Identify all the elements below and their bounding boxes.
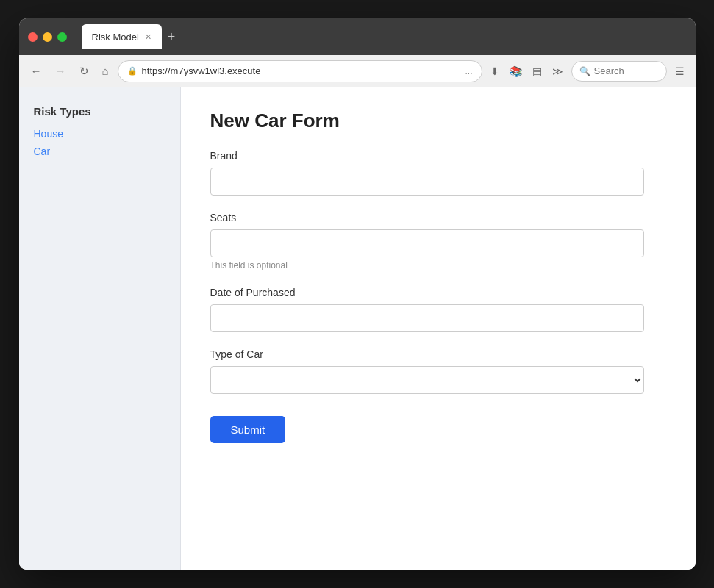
sidebar-title: Risk Types bbox=[34, 105, 165, 118]
reload-button[interactable]: ↻ bbox=[75, 62, 93, 81]
menu-icon[interactable]: ☰ bbox=[671, 62, 688, 80]
lock-icon: 🔒 bbox=[127, 66, 138, 76]
form-area: New Car Form Brand Seats This field is o… bbox=[181, 87, 696, 570]
sidebar-item-car[interactable]: Car bbox=[34, 146, 165, 157]
search-input[interactable] bbox=[594, 65, 653, 76]
home-button[interactable]: ⌂ bbox=[98, 62, 113, 80]
seats-hint: This field is optional bbox=[210, 260, 666, 270]
reader-view-icon[interactable]: ▤ bbox=[529, 62, 546, 80]
type-label: Type of Car bbox=[210, 348, 666, 360]
url-dots: ... bbox=[465, 66, 472, 76]
new-tab-button[interactable]: + bbox=[168, 29, 176, 45]
brand-input[interactable] bbox=[210, 168, 644, 196]
sidebar-item-house[interactable]: House bbox=[34, 128, 165, 140]
title-bar: Risk Model ✕ + bbox=[19, 18, 696, 55]
type-field-group: Type of Car bbox=[210, 348, 666, 394]
form-title: New Car Form bbox=[210, 110, 666, 132]
address-bar[interactable]: 🔒 https://m7ysvw1wl3.execute ... bbox=[118, 60, 482, 82]
nav-bar: ← → ↻ ⌂ 🔒 https://m7ysvw1wl3.execute ...… bbox=[19, 55, 696, 87]
url-text: https://m7ysvw1wl3.execute bbox=[142, 65, 461, 76]
brand-label: Brand bbox=[210, 150, 666, 162]
browser-content: Risk Types House Car New Car Form Brand … bbox=[19, 87, 696, 570]
submit-button[interactable]: Submit bbox=[210, 416, 286, 443]
date-label: Date of Purchased bbox=[210, 287, 666, 298]
sidebar: Risk Types House Car bbox=[19, 87, 181, 570]
date-field-group: Date of Purchased bbox=[210, 287, 666, 332]
pocket-icon[interactable]: ⬇ bbox=[487, 62, 503, 80]
brand-field-group: Brand bbox=[210, 150, 666, 196]
forward-button[interactable]: → bbox=[51, 62, 71, 80]
tab-bar: Risk Model ✕ + bbox=[82, 24, 687, 49]
maximize-button[interactable] bbox=[57, 32, 67, 42]
nav-icons: ⬇ 📚 ▤ ≫ bbox=[487, 62, 567, 80]
traffic-lights bbox=[28, 32, 67, 42]
library-icon[interactable]: 📚 bbox=[506, 62, 526, 80]
date-input[interactable] bbox=[210, 304, 644, 332]
tab-close-icon[interactable]: ✕ bbox=[145, 32, 151, 42]
type-select[interactable] bbox=[210, 366, 644, 394]
tab-title: Risk Model bbox=[92, 32, 139, 43]
search-icon: 🔍 bbox=[579, 66, 590, 76]
minimize-button[interactable] bbox=[43, 32, 52, 42]
browser-window: Risk Model ✕ + ← → ↻ ⌂ 🔒 https://m7ysvw1… bbox=[19, 18, 696, 570]
more-tools-icon[interactable]: ≫ bbox=[549, 62, 567, 80]
seats-input[interactable] bbox=[210, 229, 644, 257]
seats-label: Seats bbox=[210, 212, 666, 223]
back-button[interactable]: ← bbox=[26, 62, 46, 80]
close-button[interactable] bbox=[28, 32, 38, 42]
seats-field-group: Seats This field is optional bbox=[210, 212, 666, 270]
active-tab[interactable]: Risk Model ✕ bbox=[82, 24, 162, 49]
search-bar[interactable]: 🔍 bbox=[571, 61, 667, 82]
